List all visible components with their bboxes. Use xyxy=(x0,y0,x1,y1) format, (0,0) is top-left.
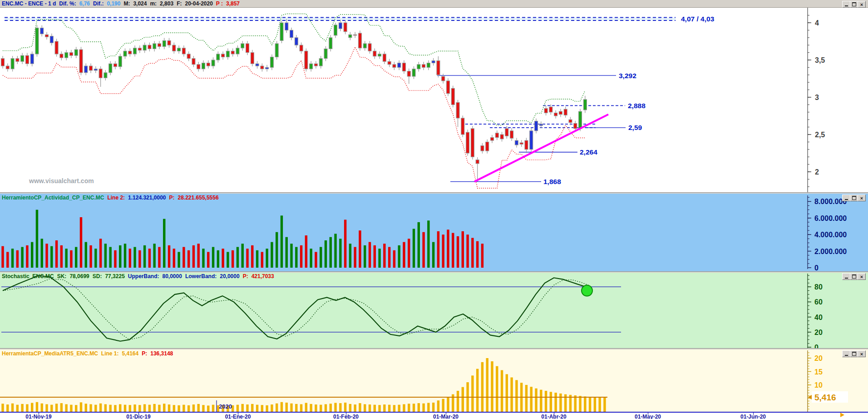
atr-bar xyxy=(594,397,596,412)
maximize-icon xyxy=(852,2,856,6)
atr-bar xyxy=(447,397,449,412)
volume-bar xyxy=(45,244,48,268)
minimize-icon xyxy=(845,278,848,279)
atr-title: HerramientaCP_MediaATR5_ENC.MC xyxy=(2,350,98,357)
visual-chart-window: ENC.MC - ENCE - 1 dDif. %:6,76Dif.:0,190… xyxy=(0,0,868,419)
candle xyxy=(476,160,479,164)
candle xyxy=(168,40,171,45)
candle xyxy=(266,67,269,69)
maximize-button[interactable] xyxy=(850,195,858,201)
volume-bar xyxy=(286,237,288,268)
atr-bar xyxy=(192,404,195,412)
atr-bar xyxy=(212,405,214,412)
candle xyxy=(407,71,410,76)
close-button[interactable]: × xyxy=(858,195,866,201)
candle xyxy=(226,51,229,57)
candle xyxy=(178,48,181,51)
volume-axis-label: 4.000.000 xyxy=(814,231,847,239)
atr-p-label: P: xyxy=(142,350,147,357)
candle xyxy=(378,54,381,56)
atr-bar xyxy=(153,404,155,412)
atr-bar xyxy=(99,404,102,412)
minimize-button[interactable] xyxy=(842,273,850,280)
maximize-button[interactable] xyxy=(850,350,858,357)
volume-bar xyxy=(41,239,43,268)
volume-bar xyxy=(344,219,346,268)
close-icon: × xyxy=(860,274,863,279)
maximize-button[interactable] xyxy=(850,273,858,280)
minimize-button[interactable] xyxy=(842,1,850,8)
volume-bar xyxy=(129,249,131,268)
candle xyxy=(280,23,283,40)
volume-bar xyxy=(315,252,317,268)
date-label: 01-Feb-20 xyxy=(333,414,359,419)
candle xyxy=(451,88,454,105)
atr-bar xyxy=(1,404,4,412)
atr-bar xyxy=(6,404,9,412)
atr-bar xyxy=(325,404,327,412)
atr-bar xyxy=(124,405,126,412)
candle xyxy=(6,66,9,69)
atr-bar xyxy=(398,405,400,412)
atr-bar xyxy=(579,396,581,412)
volume-bar xyxy=(36,210,38,268)
volume-bar xyxy=(442,234,444,268)
atr-bar xyxy=(70,405,72,412)
candle xyxy=(349,35,352,38)
volume-bar xyxy=(11,249,14,268)
close-button[interactable]: × xyxy=(858,1,866,8)
candle xyxy=(402,63,405,71)
stoch-p-label: P: xyxy=(243,273,248,279)
candle xyxy=(466,132,469,153)
atr-bar xyxy=(261,405,263,412)
atr-bar xyxy=(80,402,82,412)
volume-bar xyxy=(369,242,371,268)
time-axis[interactable]: 01-Nov-1901-Dic-1901-Ene-2001-Feb-2001-M… xyxy=(0,412,868,419)
volume-bar xyxy=(320,247,322,268)
maximize-icon xyxy=(852,196,856,200)
candle xyxy=(290,30,293,37)
candle xyxy=(60,54,63,58)
stochastic-panel-header: Stochastic_ENC.MCSK:78,0699SD:77,3225Upp… xyxy=(2,273,277,279)
candle xyxy=(21,55,24,61)
volume-p-label: P: xyxy=(169,195,175,201)
atr-bar xyxy=(143,404,146,412)
atr-bar xyxy=(378,405,380,412)
minimize-button[interactable] xyxy=(842,350,850,357)
volume-bar xyxy=(325,240,327,268)
candle xyxy=(525,140,528,150)
atr-bar xyxy=(403,404,405,412)
candle xyxy=(393,65,396,68)
close-button[interactable]: × xyxy=(858,273,866,280)
candle xyxy=(50,36,53,43)
candle xyxy=(564,109,567,115)
atr-bar xyxy=(359,403,361,412)
atr-bar xyxy=(187,405,190,412)
volume-bar xyxy=(466,234,469,268)
candle xyxy=(158,44,161,47)
candle xyxy=(16,59,19,62)
volume-bar xyxy=(300,245,302,268)
atr-bar xyxy=(598,397,601,412)
candle xyxy=(84,66,88,73)
volume-bar xyxy=(178,252,180,268)
signal-marker[interactable] xyxy=(582,285,592,296)
close-button[interactable]: × xyxy=(858,350,866,357)
volume-bar xyxy=(374,245,376,268)
date-label: 01-Ene-20 xyxy=(225,414,251,419)
atr-bar xyxy=(515,380,518,412)
date-label: 01-Mar-20 xyxy=(433,414,459,419)
date-label: 01-Abr-20 xyxy=(541,414,566,419)
atr-bar xyxy=(393,405,395,412)
candle xyxy=(109,64,112,73)
volume-bar xyxy=(212,247,214,268)
maximize-button[interactable] xyxy=(850,1,858,8)
volume-bar xyxy=(124,244,126,268)
minimize-icon xyxy=(845,355,848,356)
axis-end-arrow-icon[interactable] xyxy=(840,413,844,417)
atr-bar xyxy=(584,396,586,412)
minimize-button[interactable] xyxy=(842,195,850,201)
atr-bar xyxy=(354,404,356,412)
atr-bar xyxy=(11,404,14,412)
candle xyxy=(251,53,254,64)
